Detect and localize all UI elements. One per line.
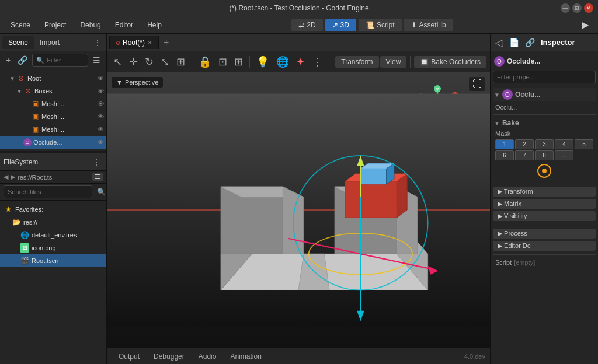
path-forward-arrow[interactable]: ▶: [11, 173, 15, 181]
svg-marker-25: [397, 174, 407, 218]
tab-close-button[interactable]: ✕: [147, 39, 152, 47]
filter-icon: 🔍: [36, 57, 44, 64]
fs-favorites-header[interactable]: ★ Favorites:: [0, 203, 106, 216]
tree-item-mesh2[interactable]: ▶ ▣ MeshI... 👁: [0, 110, 106, 123]
path-menu-button[interactable]: ☰: [92, 173, 103, 181]
visibility-icon-mesh1[interactable]: 👁: [98, 100, 104, 107]
btn-script[interactable]: 📜 Script: [359, 19, 402, 32]
scene-settings-button[interactable]: ☰: [91, 54, 103, 66]
mask-btn-8[interactable]: 8: [535, 150, 554, 160]
occluder-arrow-icon: ▼: [494, 92, 500, 98]
select-tool-btn[interactable]: ↖: [110, 54, 125, 69]
inspector-node-btn[interactable]: 🔗: [523, 37, 537, 48]
menu-editor[interactable]: Editor: [109, 19, 139, 32]
btn-3d[interactable]: ↗ 3D: [325, 19, 356, 32]
inspector-file-btn[interactable]: 📄: [507, 37, 521, 48]
more-options-btn[interactable]: ⋮: [309, 54, 325, 69]
view-label-btn[interactable]: View: [380, 56, 407, 68]
snap-btn[interactable]: ⊞: [231, 54, 246, 69]
tab-import[interactable]: Import: [34, 36, 65, 49]
tree-item-occluder[interactable]: ▶ O Occlude... 👁: [0, 136, 106, 149]
visibility-section-btn[interactable]: ▶ Visibility: [493, 211, 596, 221]
tree-item-root[interactable]: ▼ ⊙ Root 👁: [0, 72, 106, 85]
scale-tool-btn[interactable]: ⤡: [158, 54, 172, 69]
tree-arrow-mesh2: ▶: [23, 114, 30, 120]
process-section-btn[interactable]: ▶ Process: [493, 229, 596, 239]
search-icon-btn[interactable]: 🔍: [95, 187, 106, 197]
inspector-history-btn[interactable]: ◁: [493, 35, 506, 50]
restore-button[interactable]: ⊡: [572, 4, 582, 13]
add-tab-button[interactable]: +: [160, 37, 172, 48]
menu-scene[interactable]: Scene: [5, 19, 36, 32]
mask-btn-5[interactable]: 5: [575, 139, 593, 149]
inspector-panel: ◁ 📄 🔗 Inspector O Occlude... ▼ O Occlu..…: [490, 34, 598, 364]
menu-help[interactable]: Help: [141, 19, 168, 32]
inspector-node-icon: O: [494, 56, 505, 66]
rotate-tool-btn[interactable]: ↻: [142, 54, 157, 69]
move-tool-btn[interactable]: ✛: [126, 54, 141, 69]
fs-item-icon[interactable]: 🖼 icon.png: [0, 242, 106, 254]
visibility-icon-root[interactable]: 👁: [98, 75, 104, 82]
scene-panel: Scene Import ⋮ + 🔗 🔍 Filter ☰: [0, 34, 106, 151]
search-input[interactable]: [4, 186, 92, 198]
path-back-arrow[interactable]: ◀: [4, 173, 8, 181]
tab-scene[interactable]: Scene: [2, 36, 34, 49]
viewport-3d[interactable]: ▼ Perspective ⛶ Y: [107, 72, 490, 348]
mask-btn-4[interactable]: 4: [555, 139, 573, 149]
mask-btn-3[interactable]: 3: [535, 139, 554, 149]
visibility-icon-mesh3[interactable]: 👁: [98, 126, 104, 133]
scene-panel-menu[interactable]: ⋮: [91, 37, 104, 48]
menu-debug[interactable]: Debug: [74, 19, 106, 32]
minimize-button[interactable]: —: [561, 4, 570, 13]
node-icon-mesh1: ▣: [30, 99, 40, 108]
mask-btn-6[interactable]: 6: [495, 150, 514, 160]
fs-item-res[interactable]: 📂 res://: [0, 216, 106, 229]
inspector-divider-1: [493, 114, 596, 115]
inspector-divider-2: [493, 183, 596, 183]
editor-tabs: ⊙ Root(*) ✕ +: [107, 34, 490, 51]
occluder-section-header[interactable]: ▼ O Occlu...: [493, 88, 596, 102]
btn-assetlib[interactable]: ⬇ AssetLib: [404, 19, 453, 32]
editor-desc-section-btn[interactable]: ▶ Editor De: [493, 241, 596, 251]
mask-btn-2[interactable]: 2: [515, 139, 534, 149]
bake-arrow-icon: ▼: [494, 120, 500, 127]
mask-btn-1[interactable]: 1: [495, 139, 514, 149]
editor-tab-root[interactable]: ⊙ Root(*) ✕: [109, 36, 159, 49]
transform-tool-btn[interactable]: ⊞: [173, 54, 188, 69]
current-path: res://Root.ts: [18, 174, 90, 181]
bake-occluders-btn[interactable]: 🔲 Bake Occluders: [414, 56, 486, 68]
toolbar-separator-2: [249, 56, 250, 68]
gizmo-btn[interactable]: ✦: [293, 54, 308, 69]
play-button[interactable]: ▶: [577, 19, 593, 30]
visibility-icon-occluder[interactable]: 👁: [98, 139, 104, 146]
tab-audio[interactable]: Audio: [192, 350, 224, 363]
group-btn[interactable]: ⊡: [215, 54, 230, 69]
mask-btn-more[interactable]: ...: [555, 150, 573, 160]
tab-output[interactable]: Output: [112, 350, 147, 363]
fs-item-root-tscn[interactable]: 🎬 Root.tscn: [0, 254, 106, 267]
tree-item-mesh3[interactable]: ▶ ▣ MeshI... 👁: [0, 123, 106, 136]
tab-animation[interactable]: Animation: [223, 350, 268, 363]
fs-menu-btn[interactable]: ⋮: [90, 156, 103, 168]
matrix-section-btn[interactable]: ▶ Matrix: [493, 199, 596, 209]
mask-btn-7[interactable]: 7: [515, 150, 534, 160]
btn-2d[interactable]: ⇄ 2D: [291, 19, 322, 32]
light-btn[interactable]: 💡: [253, 54, 272, 69]
menu-project[interactable]: Project: [39, 19, 72, 32]
inspector-filter-input[interactable]: [493, 71, 596, 83]
tree-item-mesh1[interactable]: ▶ ▣ MeshI... 👁: [0, 97, 106, 110]
close-button[interactable]: ✕: [584, 4, 593, 13]
env-btn[interactable]: 🌐: [273, 54, 292, 69]
transform-section-btn[interactable]: ▶ Transform: [493, 187, 596, 197]
link-node-button[interactable]: 🔗: [15, 54, 30, 66]
tree-item-boxes[interactable]: ▼ ⊙ Boxes 👁: [0, 85, 106, 97]
visibility-icon-mesh2[interactable]: 👁: [98, 113, 104, 120]
bake-mask-row: Mask: [493, 129, 596, 138]
transform-label-btn[interactable]: Transform: [335, 56, 378, 68]
visibility-icon-boxes[interactable]: 👁: [98, 88, 104, 94]
add-node-button[interactable]: +: [4, 54, 13, 66]
lock-btn[interactable]: 🔒: [196, 54, 214, 69]
fs-item-default-env[interactable]: 🌐 default_env.tres: [0, 229, 106, 242]
tab-debugger[interactable]: Debugger: [147, 350, 192, 363]
bake-section-header[interactable]: ▼ Bake: [493, 117, 596, 129]
